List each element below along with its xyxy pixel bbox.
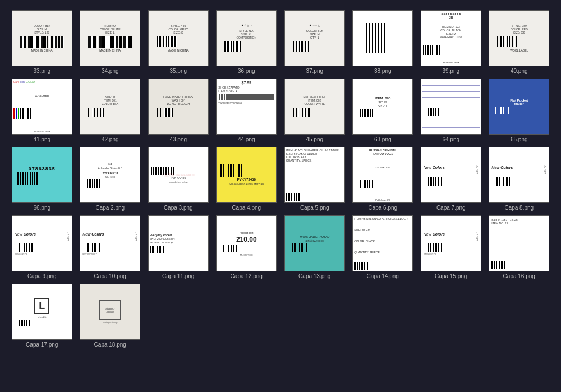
list-item[interactable]: PVKY72456 Sal 34 Fierso Finsa Mercials C… xyxy=(215,147,279,211)
list-item[interactable]: Kg Adheabs Stirles 8 8 YWYI0248 MIU 1203 xyxy=(79,147,142,211)
list-item[interactable]: ITEM: 003 $25.99 SIZE: L 63.p xyxy=(351,79,415,142)
list-item[interactable]: Flat PocketMailer 65.png xyxy=(488,79,551,142)
list-item[interactable]: New Colors Col. 77 8331660019 7 xyxy=(79,215,142,279)
thumbnail-grid: COLOR: BLKSIZE: MSTYLE: 123 MADE IN CHIN… xyxy=(6,6,555,352)
list-item[interactable]: ★ ☆ □ △ COLOR: BLKSIZE: MQTY: 1 xyxy=(283,10,347,74)
list-item[interactable]: New Colors Col. 77 2469065573 xyxy=(419,215,483,279)
list-item[interactable]: PVKY72456 barcode text below Z 道天猫 JIAWE… xyxy=(146,147,210,211)
list-item[interactable]: 全天猫 JIAWEITAOBAO 条形码 BARCODE xyxy=(283,215,347,279)
list-item[interactable]: Everyday Pocket SKU: 202 60052254 NEGHAS… xyxy=(146,215,210,279)
list-item[interactable]: stampmark postage stamp Capa 18.png xyxy=(79,284,142,348)
list-item[interactable]: ITEM NO.COLOR: WHITESIZE: L MADE IN CHIN… xyxy=(79,10,142,74)
list-item[interactable]: XXXXXXXXXJB ITEM NO. 123COLOR: BLACKSIZE… xyxy=(419,10,483,74)
list-item[interactable]: CanSon CA·Lah XA53968 xyxy=(10,79,74,142)
list-item[interactable]: 07863835 xyxy=(10,147,74,211)
list-item[interactable]: New Colors Col. 77 Capa 8. xyxy=(488,147,551,211)
list-item[interactable]: MAL AGADO DELITEM: 002COLOR: WHITE 45.pn… xyxy=(283,79,347,142)
list-item[interactable]: STYLE: 456COLOR: GREYSIZE: S xyxy=(146,10,210,74)
list-item[interactable]: 64.png xyxy=(419,79,483,142)
list-item[interactable]: ITEM: 45 NYLON/PAPER: OIL AS.11/DERSIZE:… xyxy=(283,147,347,211)
list-item[interactable]: ITEM: 45 NYLON/COPER: OIL AS.11/DER SIZE… xyxy=(351,215,415,279)
list-item[interactable]: CARE INSTRUCTIONSWASH 30°DO NOT BLEACH 4… xyxy=(146,79,210,142)
list-item[interactable]: $7.99 SHOE / ZAPATOITEM #: ABC-1 Y xyxy=(215,79,279,142)
list-item[interactable]: New Colors Col. 77 Capa 7. xyxy=(419,147,483,211)
list-item[interactable]: L CELLS Capa 17.png xyxy=(10,284,74,348)
list-item[interactable]: STYLE: 789COLOR: REDSIZE: XS WO xyxy=(488,10,551,74)
list-item[interactable]: 38.png xyxy=(351,10,415,74)
list-item[interactable]: Salb 0: 1257 - 14. 25ITEM NO: 21 Capa 16… xyxy=(488,215,551,279)
list-item[interactable]: SIZE: MITEM: 001COLOR: BLK 42.png xyxy=(79,79,142,142)
list-item[interactable]: New Colors Col. 77 2160559573 xyxy=(10,215,74,279)
list-item[interactable]: COLOR: BLKSIZE: MSTYLE: 123 MADE IN CHIN… xyxy=(10,10,74,74)
list-item[interactable]: ★ ☆ △ □ STYLE NO.SIZE: XLCOMPOSITION xyxy=(215,10,279,74)
list-item[interactable]: receipt text 210.00 ML CRPECE xyxy=(215,215,279,279)
list-item[interactable]: RUSSIAN CRIMINALTATTOO VOL.1 £79.99 €32.… xyxy=(351,147,415,211)
